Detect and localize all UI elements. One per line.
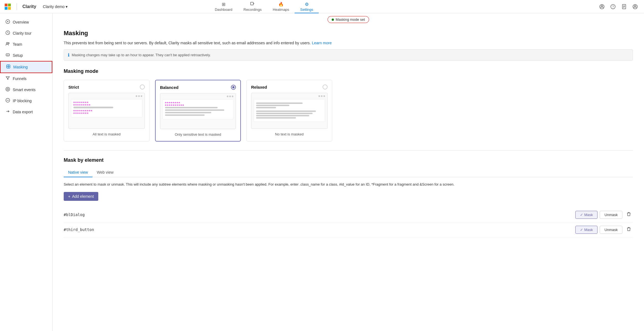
project-name: Clarity demo [43, 4, 65, 9]
unmask-label: Unmask [604, 213, 618, 217]
svg-point-7 [601, 5, 603, 7]
third-button-unmask-button[interactable]: Unmask [600, 226, 622, 234]
blDialog-unmask-button[interactable]: Unmask [600, 211, 622, 219]
mask-by-element-title: Mask by element [64, 157, 633, 163]
smart-events-icon [6, 87, 10, 93]
recordings-icon [250, 1, 255, 7]
balanced-radio[interactable] [231, 85, 236, 90]
svg-point-27 [7, 88, 9, 90]
sidebar-item-smart-events[interactable]: Smart events [0, 84, 52, 95]
balanced-caption: Only sensitive text is masked [160, 132, 236, 137]
tab-dashboard[interactable]: ⊞ Dashboard [209, 0, 238, 13]
top-nav: Clarity Clarity demo ▾ ⊞ Dashboard Recor… [0, 0, 644, 13]
masking-mode-title: Masking mode [64, 68, 633, 74]
blDialog-delete-button[interactable] [625, 211, 633, 219]
data-export-icon [6, 109, 10, 115]
page-description: This prevents text from being sent to ou… [64, 40, 633, 46]
tab-web-view[interactable]: Web view [92, 168, 118, 177]
relaxed-caption: No text is masked [251, 132, 328, 136]
sidebar: Overview Clarity tour Team {} Setup Mask… [0, 13, 53, 331]
learn-more-link[interactable]: Learn more [312, 41, 332, 45]
masking-cards: Strict [64, 80, 633, 142]
tab-web-label: Web view [97, 170, 114, 175]
svg-point-17 [7, 21, 8, 22]
svg-marker-5 [253, 3, 254, 4]
blDialog-mask-button[interactable]: ✓ Mask [575, 211, 597, 219]
info-bar: ℹ Masking changes may take up to an hour… [64, 49, 633, 61]
tab-recordings[interactable]: Recordings [238, 0, 267, 13]
info-icon: ℹ [68, 52, 69, 58]
third-button-mask-button[interactable]: ✓ Mask [575, 226, 597, 234]
sidebar-item-team[interactable]: Team [0, 39, 52, 50]
svg-text:{}: {} [7, 54, 9, 56]
sidebar-item-funnels-label: Funnels [13, 76, 27, 81]
sidebar-item-clarity-tour[interactable]: Clarity tour [0, 28, 52, 39]
svg-rect-3 [8, 7, 11, 10]
strict-card-title: Strict [68, 85, 79, 89]
sidebar-item-ip-blocking[interactable]: IP blocking [0, 95, 52, 106]
project-selector[interactable]: Clarity demo ▾ [41, 3, 70, 10]
third-button-delete-button[interactable] [625, 226, 633, 234]
tab-native-view[interactable]: Native view [64, 168, 92, 177]
masking-card-balanced[interactable]: Balanced [155, 80, 241, 142]
relaxed-preview [251, 93, 328, 129]
badge-dot [332, 19, 334, 21]
masking-banner: Masking mode set [53, 13, 644, 23]
sidebar-item-overview[interactable]: Overview [0, 17, 52, 28]
sidebar-item-smart-events-label: Smart events [13, 88, 35, 92]
balanced-preview [160, 93, 236, 129]
sidebar-item-funnels[interactable]: Funnels [0, 73, 52, 84]
page-desc-text: This prevents text from being sent to ou… [64, 41, 311, 45]
masking-badge-label: Masking mode set [336, 17, 365, 22]
mask-by-element-section: Mask by element Native view Web view Sel… [64, 157, 633, 237]
sidebar-item-masking-label: Masking [13, 65, 28, 69]
add-icon: + [68, 194, 70, 199]
add-element-label: Add element [72, 194, 94, 199]
setup-icon: {} [6, 53, 10, 58]
overview-icon [6, 19, 10, 25]
svg-point-20 [8, 43, 9, 44]
check-icon-2: ✓ [580, 228, 583, 232]
check-icon: ✓ [580, 213, 583, 217]
strict-preview [68, 93, 145, 129]
masking-card-strict[interactable]: Strict [64, 80, 150, 142]
masking-mode-badge: Masking mode set [328, 16, 369, 23]
relaxed-radio[interactable] [323, 84, 328, 89]
heatmaps-icon: 🔥 [278, 2, 284, 7]
main-content: Masking mode set Masking This prevents t… [53, 13, 644, 331]
svg-rect-0 [5, 4, 7, 6]
strict-card-header: Strict [68, 84, 145, 89]
sidebar-item-team-label: Team [13, 42, 22, 47]
balanced-card-title: Balanced [160, 85, 179, 90]
unmask-label-2: Unmask [604, 228, 618, 232]
document-button[interactable] [620, 2, 628, 11]
nav-divider [17, 3, 17, 10]
page-content-area: Masking This prevents text from being se… [53, 23, 644, 244]
help-button[interactable]: ? [609, 2, 617, 11]
sidebar-item-masking[interactable]: Masking [0, 61, 52, 73]
page-title: Masking [64, 30, 633, 37]
tab-settings-label: Settings [300, 7, 313, 12]
tab-recordings-label: Recordings [243, 7, 262, 12]
section-divider [64, 150, 633, 151]
strict-radio[interactable] [140, 84, 145, 89]
mask-label: Mask [584, 213, 593, 217]
user-menu-button[interactable] [631, 2, 640, 11]
sidebar-item-setup[interactable]: {} Setup [0, 50, 52, 61]
nav-tabs: ⊞ Dashboard Recordings 🔥 Heatmaps ⚙ Sett… [209, 0, 319, 13]
strict-caption: All text is masked [68, 132, 145, 136]
svg-point-15 [634, 5, 636, 7]
masking-card-relaxed[interactable]: Relaxed [246, 80, 332, 142]
tab-settings[interactable]: ⚙ Settings [295, 0, 319, 13]
blDialog-actions: ✓ Mask Unmask [575, 211, 633, 219]
nav-actions: ? [597, 2, 640, 11]
masking-icon [6, 64, 11, 70]
add-element-button[interactable]: + Add element [64, 192, 98, 201]
svg-rect-2 [5, 7, 7, 10]
tab-native-label: Native view [68, 170, 88, 175]
share-button[interactable] [597, 2, 606, 11]
tab-heatmaps[interactable]: 🔥 Heatmaps [267, 0, 295, 13]
element-name-third-button: #third_button [64, 227, 575, 232]
info-bar-text: Masking changes may take up to an hour t… [72, 53, 211, 57]
sidebar-item-data-export[interactable]: Data export [0, 106, 52, 117]
